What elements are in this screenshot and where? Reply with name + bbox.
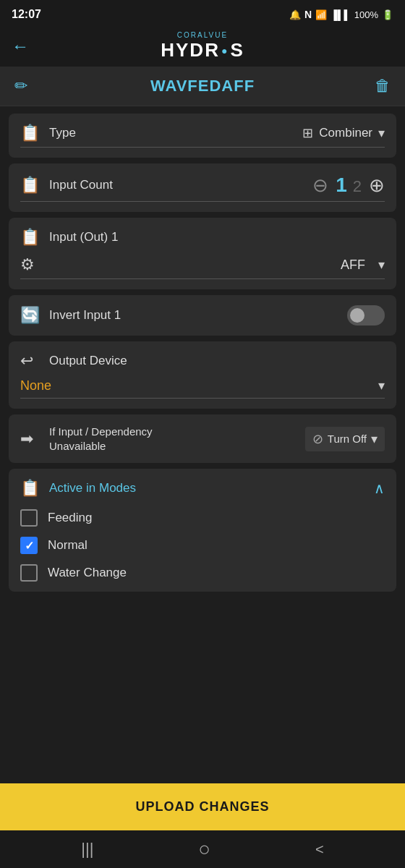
type-row-inner: 📋 Type: [20, 124, 202, 142]
water-change-checkbox[interactable]: [20, 564, 38, 582]
type-chevron-icon: ▾: [378, 125, 385, 141]
nfc-icon: N: [304, 9, 312, 20]
battery-label: 100%: [354, 9, 378, 20]
count-controls: ⊖ 1 2 ⊕: [312, 174, 385, 197]
nav-home-button[interactable]: ○: [198, 838, 210, 861]
signal-icon: ▐▌▌: [331, 9, 351, 20]
invert-input-label: Invert Input 1: [49, 308, 121, 323]
logo-dot: ●: [221, 45, 229, 56]
delete-icon[interactable]: 🗑: [375, 77, 391, 95]
output-device-icon: ↩: [20, 352, 40, 370]
app-header: ← CORALVUE HYDR●S: [0, 26, 405, 67]
output-device-chevron-icon: ▾: [378, 378, 385, 393]
input-out-value: AFF: [42, 258, 371, 273]
normal-label: Normal: [48, 538, 88, 553]
combiner-icon: ⊞: [302, 125, 313, 141]
feeding-checkbox[interactable]: [20, 509, 38, 527]
output-device-label: Output Device: [49, 354, 127, 368]
page-title: WAVFEDAFF: [150, 77, 255, 95]
toggle-knob: [350, 308, 364, 323]
if-input-label-line1: If Input / Dependency: [49, 425, 297, 439]
decrement-button[interactable]: ⊖: [312, 174, 328, 197]
drone-icon: ⚙: [20, 255, 35, 274]
type-row: 📋 Type ⊞ Combiner ▾: [20, 124, 385, 148]
if-input-card: ➡ If Input / Dependency Unavailable ⊘ Tu…: [9, 414, 396, 463]
input-out-chevron-icon: ▾: [378, 257, 385, 273]
battery-icon: 🔋: [382, 9, 393, 20]
active-modes-card: 📋 Active in Modes ∧ Feeding Normal Water…: [9, 469, 396, 592]
logo-top-text: CORALVUE: [177, 31, 228, 39]
output-device-value: None: [20, 378, 51, 393]
bottom-nav: ||| ○ <: [0, 830, 405, 868]
mode-item-normal: Normal: [20, 537, 385, 554]
alarm-icon: 🔔: [289, 9, 301, 20]
wifi-icon: 📶: [315, 9, 327, 20]
count-inactive-value: 2: [353, 177, 362, 196]
output-device-dropdown[interactable]: None ▾: [20, 378, 385, 399]
water-change-label: Water Change: [48, 566, 127, 580]
modes-icon: 📋: [20, 479, 40, 498]
output-device-card: ↩ Output Device None ▾: [9, 341, 396, 409]
main-content: 📋 Type ⊞ Combiner ▾ 📋 Input Count ⊖ 1 2: [0, 106, 405, 783]
modes-header: 📋 Active in Modes ∧: [20, 479, 385, 498]
upload-button[interactable]: UPLOAD CHANGES: [0, 783, 405, 830]
status-time: 12:07: [12, 8, 41, 21]
mode-item-feeding: Feeding: [20, 509, 385, 527]
invert-toggle[interactable]: [347, 305, 385, 326]
modes-title-area: 📋 Active in Modes: [20, 479, 136, 498]
input-out-label: Input (Out) 1: [49, 230, 118, 244]
if-input-label-line2: Unavailable: [49, 439, 297, 454]
if-input-label: If Input / Dependency Unavailable: [49, 425, 297, 453]
invert-input-row: 🔄 Invert Input 1: [20, 305, 385, 326]
increment-button[interactable]: ⊕: [369, 174, 385, 197]
input-out-dropdown[interactable]: ⚙ AFF ▾: [20, 255, 385, 279]
input-count-card: 📋 Input Count ⊖ 1 2 ⊕: [9, 163, 396, 212]
back-button[interactable]: ←: [12, 36, 29, 56]
nav-menu-button[interactable]: |||: [81, 840, 93, 859]
turn-off-toggle-icon: ⊘: [312, 431, 323, 447]
logo: CORALVUE HYDR●S: [161, 31, 244, 61]
modes-chevron-icon[interactable]: ∧: [374, 480, 385, 497]
type-selector[interactable]: ⊞ Combiner ▾: [202, 125, 385, 141]
input-count-label: Input Count: [49, 178, 113, 192]
input-count-label-area: 📋 Input Count: [20, 176, 312, 195]
modes-list: Feeding Normal Water Change: [20, 509, 385, 582]
status-bar: 12:07 🔔 N 📶 ▐▌▌ 100% 🔋: [0, 0, 405, 26]
count-active-value: 1: [336, 174, 347, 197]
logo-text2: S: [230, 39, 244, 61]
turn-off-label: Turn Off: [328, 433, 367, 445]
if-input-arrow-icon: ➡: [20, 430, 40, 448]
feeding-label: Feeding: [48, 511, 92, 525]
turn-off-chevron-icon: ▾: [371, 431, 378, 447]
nav-back-button[interactable]: <: [315, 841, 324, 858]
modes-title: Active in Modes: [49, 481, 136, 495]
type-label: Type: [49, 126, 76, 140]
turn-off-selector[interactable]: ⊘ Turn Off ▾: [305, 427, 385, 451]
output-device-label-row: ↩ Output Device: [20, 352, 385, 370]
edit-icon[interactable]: ✏: [14, 77, 27, 95]
status-icons: 🔔 N 📶 ▐▌▌ 100% 🔋: [289, 9, 393, 20]
type-card: 📋 Type ⊞ Combiner ▾: [9, 114, 396, 158]
input-count-icon: 📋: [20, 176, 40, 195]
input-out-card: 📋 Input (Out) 1 ⚙ AFF ▾: [9, 218, 396, 289]
invert-icon: 🔄: [20, 306, 40, 325]
type-value: Combiner: [319, 126, 372, 140]
input-count-row: 📋 Input Count ⊖ 1 2 ⊕: [20, 174, 385, 202]
logo-main: HYDR●S: [161, 39, 244, 61]
mode-item-water-change: Water Change: [20, 564, 385, 582]
upload-button-label: UPLOAD CHANGES: [135, 799, 269, 814]
invert-input-label-area: 🔄 Invert Input 1: [20, 306, 121, 325]
count-numbers: 1 2: [336, 174, 362, 197]
invert-input-card: 🔄 Invert Input 1: [9, 295, 396, 336]
page-title-bar: ✏ WAVFEDAFF 🗑: [0, 67, 405, 106]
logo-text: HYDR: [161, 39, 220, 61]
input-out-label-row: 📋 Input (Out) 1: [20, 228, 385, 247]
input-out-icon: 📋: [20, 228, 40, 247]
normal-checkbox[interactable]: [20, 537, 38, 554]
type-icon: 📋: [20, 124, 40, 142]
